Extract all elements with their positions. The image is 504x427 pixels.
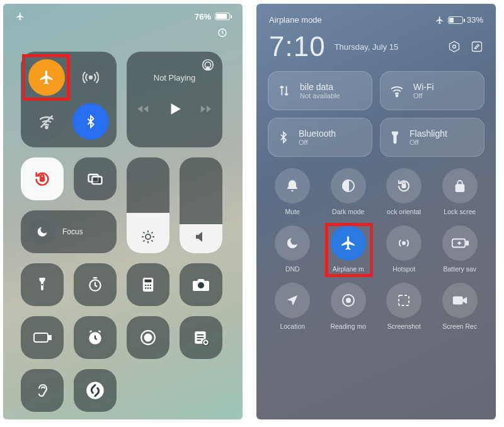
shot-button[interactable] <box>386 283 421 318</box>
calculator-button[interactable] <box>127 263 169 306</box>
battery-icon <box>448 16 463 24</box>
android-status-bar: Airplane mode 33% <box>256 4 496 25</box>
airplane-status-icon <box>16 12 25 21</box>
mute-button[interactable] <box>275 168 310 203</box>
media-label: Not Playing <box>127 73 222 83</box>
batt-button[interactable] <box>442 225 478 261</box>
svg-point-14 <box>145 285 146 286</box>
svg-rect-8 <box>92 177 101 185</box>
brightness-icon <box>140 229 156 244</box>
edit-icon[interactable] <box>471 40 483 53</box>
svg-rect-6 <box>40 178 44 181</box>
media-prev-button[interactable] <box>136 102 150 116</box>
toggle-loc: Location <box>268 283 318 330</box>
media-next-button[interactable] <box>199 102 213 116</box>
svg-rect-36 <box>403 185 406 188</box>
dark-label: Dark mode <box>332 208 364 215</box>
battery-pct: 33% <box>467 15 483 25</box>
wifi-tile[interactable]: Wi-FiOff <box>380 71 484 110</box>
svg-rect-22 <box>49 336 51 339</box>
hotspot-button[interactable] <box>386 225 421 261</box>
svg-rect-13 <box>145 280 152 283</box>
round-toggle-grid: MuteDark modeock orientatLock screeDNDAi… <box>256 157 496 335</box>
svg-point-1 <box>89 76 92 79</box>
hearing-button[interactable] <box>21 369 64 412</box>
hotspot-label: Hotspot <box>392 265 415 273</box>
airplane-status-icon <box>435 16 444 25</box>
moon-icon <box>30 219 55 244</box>
screen-record-button[interactable] <box>127 316 169 359</box>
svg-point-9 <box>146 234 151 239</box>
svg-point-25 <box>145 334 152 341</box>
toggle-dnd: DND <box>268 225 318 273</box>
read-button[interactable] <box>331 283 366 318</box>
timer-button[interactable] <box>74 263 117 306</box>
svg-point-32 <box>453 45 456 48</box>
wifi-button[interactable] <box>28 103 65 140</box>
media-tile[interactable]: Not Playing <box>127 52 222 147</box>
bluetooth-tile[interactable]: BluetoothOff <box>268 118 372 157</box>
rec-button[interactable] <box>442 283 478 318</box>
settings-icon[interactable] <box>448 40 461 53</box>
flashlight-tile[interactable]: FlashlightOff <box>380 118 484 157</box>
svg-rect-37 <box>455 185 464 191</box>
mobile-data-tile[interactable]: bile dataNot available <box>268 71 372 110</box>
mute-label: Mute <box>285 208 300 215</box>
svg-rect-40 <box>466 241 468 245</box>
clock: 7:10 <box>269 31 326 62</box>
wifi-icon <box>389 83 404 98</box>
rot-button[interactable] <box>386 168 421 203</box>
toggle-read: Reading mo <box>324 283 374 330</box>
brightness-slider[interactable] <box>127 157 169 253</box>
connectivity-tile <box>21 52 117 147</box>
cellular-button[interactable] <box>72 59 109 96</box>
read-label: Reading mo <box>330 322 366 330</box>
air-button[interactable] <box>331 225 366 261</box>
svg-point-16 <box>149 285 151 286</box>
svg-point-18 <box>147 287 149 288</box>
shazam-button[interactable] <box>74 369 117 412</box>
svg-point-34 <box>396 95 398 97</box>
dark-button[interactable] <box>331 168 366 203</box>
bluetooth-icon <box>277 131 290 144</box>
volume-slider[interactable] <box>180 157 222 253</box>
media-play-button[interactable] <box>166 101 183 117</box>
loc-button[interactable] <box>275 283 310 318</box>
flashlight-icon <box>389 130 401 144</box>
toggle-air: Airplane m <box>324 225 374 273</box>
svg-point-20 <box>198 282 204 288</box>
dnd-button[interactable] <box>275 225 310 261</box>
batt-label: Battery sav <box>443 265 476 273</box>
svg-point-15 <box>147 285 149 286</box>
screen-mirroring-button[interactable] <box>74 157 117 200</box>
svg-rect-43 <box>399 295 409 305</box>
alarm-button[interactable] <box>74 316 117 359</box>
orientation-lock-button[interactable] <box>21 157 64 200</box>
clock-row: 7:10 Thursday, July 15 <box>256 25 496 71</box>
flashlight-button[interactable] <box>21 263 64 306</box>
battery-pct: 76% <box>195 12 211 21</box>
airplay-icon[interactable] <box>201 58 215 72</box>
toggle-hotspot: Hotspot <box>379 225 429 273</box>
camera-button[interactable] <box>180 263 222 306</box>
rec-label: Screen Rec <box>442 322 477 330</box>
svg-point-17 <box>145 287 146 288</box>
svg-point-10 <box>42 284 43 286</box>
low-power-button[interactable] <box>21 316 64 359</box>
bluetooth-button[interactable] <box>72 103 109 140</box>
dnd-label: DND <box>285 265 300 273</box>
focus-button[interactable]: Focus <box>21 210 117 253</box>
date: Thursday, July 15 <box>335 42 399 52</box>
toggle-mute: Mute <box>268 168 318 215</box>
airplane-mode-label: Airplane mode <box>269 15 322 25</box>
android-quick-settings: Airplane mode 33% 7:10 Thursday, July 15… <box>256 4 496 419</box>
notes-button[interactable] <box>180 316 222 359</box>
rot-label: ock orientat <box>387 208 421 215</box>
lock-button[interactable] <box>442 168 478 203</box>
loc-label: Location <box>280 322 305 330</box>
toggle-rec: Screen Rec <box>435 283 485 330</box>
airplane-mode-button[interactable] <box>28 59 65 96</box>
svg-point-38 <box>403 242 405 244</box>
shot-label: Screenshot <box>387 322 421 330</box>
focus-label: Focus <box>62 227 83 236</box>
